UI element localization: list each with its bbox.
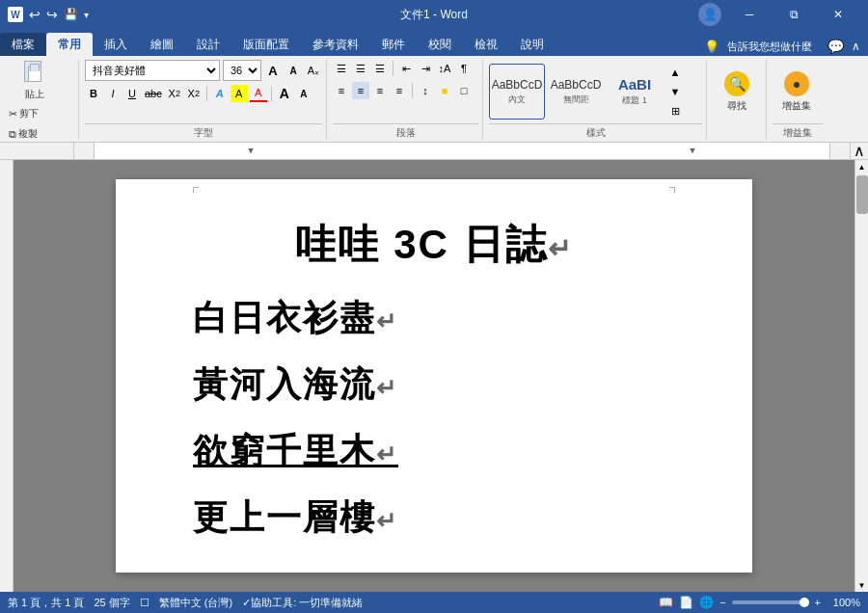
center-button[interactable]: ≡ xyxy=(352,82,369,99)
style-heading1[interactable]: AaBI 標題 1 xyxy=(607,64,663,120)
para-row1: ☰ ☰ ☰ ⇤ ⇥ ↕A ¶ xyxy=(333,60,473,77)
ribbon-content: 貼上 ✂ 剪下 ⧉ 複製 🖌 複製格式 xyxy=(0,56,868,143)
tab-help[interactable]: 說明 xyxy=(509,33,556,56)
zoom-out-button[interactable]: − xyxy=(719,597,725,608)
ribbon-comment-button[interactable]: 💬 xyxy=(827,39,844,54)
tab-mailings[interactable]: 郵件 xyxy=(370,33,417,56)
tab-review[interactable]: 校閱 xyxy=(417,33,463,56)
shrink-btn2[interactable]: A xyxy=(295,85,312,102)
style-normal[interactable]: AaBbCcD 內文 xyxy=(489,64,545,120)
scroll-thumb[interactable] xyxy=(856,175,868,214)
font-size-select[interactable]: 36 xyxy=(223,60,261,81)
quick-access-save[interactable]: 💾 xyxy=(64,8,78,21)
ruler-left-margin xyxy=(0,143,73,159)
tab-view[interactable]: 檢視 xyxy=(463,33,509,56)
quick-access-redo[interactable]: ↪ xyxy=(46,7,58,22)
tab-references[interactable]: 參考資料 xyxy=(301,33,370,56)
tab-file[interactable]: 檔案 xyxy=(0,33,46,56)
user-avatar[interactable]: 👤 xyxy=(698,3,721,26)
styles-scroll-up[interactable]: ▲ xyxy=(666,64,684,81)
styles-content: AaBbCcD 內文 AaBbCcD 無間距 AaBI 標題 1 ▲ ▼ ⊞ xyxy=(489,60,684,123)
doc-line-2[interactable]: 白日衣衫盡↵ xyxy=(193,295,675,342)
numbering-button[interactable]: ☰ xyxy=(352,60,369,77)
zoom-slider[interactable] xyxy=(732,600,809,604)
page-corner-tr xyxy=(669,187,675,193)
restore-button[interactable]: ⧉ xyxy=(772,0,816,29)
input-mode: ☐ xyxy=(140,597,149,609)
styles-more[interactable]: ⊞ xyxy=(666,102,684,120)
styles-scroll-down[interactable]: ▼ xyxy=(666,83,684,100)
word-app-icon: W xyxy=(8,7,23,22)
font-top-row: 抖音美好體 36 A A Aₓ xyxy=(85,60,322,81)
line-spacing-button[interactable]: ↕ xyxy=(417,82,434,99)
quick-access-undo[interactable]: ↩ xyxy=(29,7,41,22)
strikethrough-button[interactable]: abc xyxy=(143,85,164,102)
scroll-up-arrow[interactable]: ▲ xyxy=(855,160,869,173)
document-page: 哇哇 3C 日誌↵ 白日衣衫盡↵ 黃河入海流↵ 欲窮千里木↵ 更上一層樓↵ xyxy=(116,179,752,573)
view-web-button[interactable]: 🌐 xyxy=(699,596,714,609)
align-left-button[interactable]: ≡ xyxy=(333,82,350,99)
sort-button[interactable]: ↕A xyxy=(436,60,453,77)
copy-button[interactable]: ⧉ 複製 xyxy=(6,124,63,144)
document-scroll[interactable]: 哇哇 3C 日誌↵ 白日衣衫盡↵ 黃河入海流↵ 欲窮千里木↵ 更上一層樓↵ xyxy=(14,160,854,592)
addins-group: ● 增益集 增益集 xyxy=(769,60,827,140)
superscript-button[interactable]: X2 xyxy=(185,85,203,102)
style-no-spacing[interactable]: AaBbCcD 無間距 xyxy=(548,64,604,120)
show-marks-button[interactable]: ¶ xyxy=(455,60,473,77)
zoom-in-button[interactable]: + xyxy=(815,597,821,608)
doc-line-3[interactable]: 黃河入海流↵ xyxy=(193,361,675,409)
ribbon-hint-area: 💡 告訴我您想做什麼 💬 ∧ xyxy=(704,39,868,56)
text-effect-button[interactable]: A xyxy=(211,85,229,102)
scroll-down-arrow[interactable]: ▼ xyxy=(855,578,869,592)
bold-button[interactable]: B xyxy=(85,85,102,102)
tab-home[interactable]: 常用 xyxy=(46,33,93,56)
page-info: 第 1 頁，共 1 頁 xyxy=(8,596,84,610)
minimize-button[interactable]: ─ xyxy=(727,0,772,29)
format-row: B I U abc X2 X2 A A A A A xyxy=(85,85,312,102)
multilevel-button[interactable]: ☰ xyxy=(371,60,389,77)
paste-button[interactable]: 貼上 xyxy=(15,60,54,102)
title-bar: W ↩ ↪ 💾 ▾ 文件1 - Word 👤 ─ ⧉ ✕ xyxy=(0,0,868,29)
ruler-collapse-button[interactable]: ∧ xyxy=(851,143,868,159)
status-right: 📖 📄 🌐 − + 100% xyxy=(659,596,860,609)
view-read-button[interactable]: 📖 xyxy=(659,596,673,609)
shrink-font-button[interactable]: A xyxy=(285,62,302,79)
ribbon-collapse-button[interactable]: ∧ xyxy=(852,40,860,53)
font-color-button[interactable]: A xyxy=(250,85,267,102)
increase-indent-button[interactable]: ⇥ xyxy=(417,60,434,77)
font-name-select[interactable]: 抖音美好體 xyxy=(85,60,220,81)
decrease-indent-button[interactable]: ⇤ xyxy=(397,60,415,77)
italic-button[interactable]: I xyxy=(104,85,122,102)
underline-button[interactable]: U xyxy=(123,85,141,102)
justify-button[interactable]: ≡ xyxy=(391,82,408,99)
shading-button[interactable]: ■ xyxy=(436,82,453,99)
find-button[interactable]: 🔍 尋找 xyxy=(713,66,761,119)
doc-line-5[interactable]: 更上一層樓↵ xyxy=(193,494,675,542)
grow-font-button[interactable]: A xyxy=(264,62,282,79)
bullets-button[interactable]: ☰ xyxy=(333,60,350,77)
clear-format-button[interactable]: Aₓ xyxy=(305,62,322,79)
highlight-button[interactable]: A xyxy=(231,85,248,102)
tab-draw[interactable]: 繪圖 xyxy=(139,33,185,56)
tab-design[interactable]: 設計 xyxy=(185,33,231,56)
format-separator xyxy=(206,86,207,101)
doc-line-4[interactable]: 欲窮千里木↵ xyxy=(193,428,675,475)
language[interactable]: 繁體中文 (台灣) xyxy=(159,596,232,610)
view-print-button[interactable]: 📄 xyxy=(679,596,693,609)
tab-insert[interactable]: 插入 xyxy=(93,33,139,56)
subscript-button[interactable]: X2 xyxy=(166,85,183,102)
return-mark-5: ↵ xyxy=(376,507,398,534)
tab-layout[interactable]: 版面配置 xyxy=(231,33,301,56)
cut-button[interactable]: ✂ 剪下 xyxy=(6,104,63,123)
doc-title-line[interactable]: 哇哇 3C 日誌↵ xyxy=(193,218,675,272)
borders-button[interactable]: □ xyxy=(455,82,473,99)
addins-button[interactable]: ● 增益集 xyxy=(773,66,821,119)
zoom-level[interactable]: 100% xyxy=(827,597,860,608)
quick-access-more[interactable]: ▾ xyxy=(84,10,89,20)
page-corner-tl xyxy=(193,187,199,193)
align-right-button[interactable]: ≡ xyxy=(371,82,389,99)
right-scrollbar[interactable]: ▲ ▼ xyxy=(854,160,868,592)
grow-btn2[interactable]: A xyxy=(276,85,293,102)
return-mark-1: ↵ xyxy=(548,232,573,264)
close-button[interactable]: ✕ xyxy=(816,0,860,29)
